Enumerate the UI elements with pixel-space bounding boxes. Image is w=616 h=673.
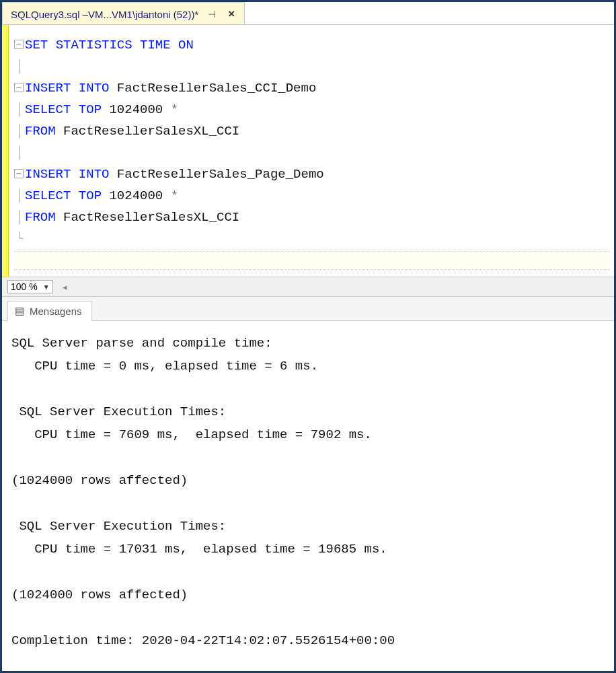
ssms-window: SQLQuery3.sql –VM...VM1\jdantoni (52))* … (2, 2, 614, 671)
chevron-down-icon: ▼ (43, 283, 50, 291)
zoom-bar: 100 % ▼ ◂ (2, 277, 614, 297)
messages-tab-label: Mensagens (30, 306, 82, 317)
editor-row: −SET STATISTICS TIME ON│−INSERT INTO Fac… (2, 25, 614, 277)
results-tab-bar: ▤ Mensagens (2, 297, 614, 321)
tab-messages[interactable]: ▤ Mensagens (7, 301, 92, 321)
zoom-value: 100 % (11, 281, 38, 292)
sql-editor[interactable]: −SET STATISTICS TIME ON│−INSERT INTO Fac… (9, 25, 614, 277)
messages-icon: ▤ (15, 305, 24, 317)
messages-pane[interactable]: SQL Server parse and compile time: CPU t… (2, 321, 614, 671)
document-tab-title: SQLQuery3.sql –VM...VM1\jdantoni (52))* (11, 9, 198, 20)
scroll-left-icon[interactable]: ◂ (63, 282, 67, 292)
pin-icon[interactable]: ⊣ (205, 9, 219, 20)
change-margin (2, 25, 9, 277)
close-icon[interactable]: × (225, 7, 237, 21)
document-tab[interactable]: SQLQuery3.sql –VM...VM1\jdantoni (52))* … (2, 2, 245, 24)
document-tab-bar: SQLQuery3.sql –VM...VM1\jdantoni (52))* … (2, 2, 614, 25)
zoom-select[interactable]: 100 % ▼ (7, 280, 53, 293)
